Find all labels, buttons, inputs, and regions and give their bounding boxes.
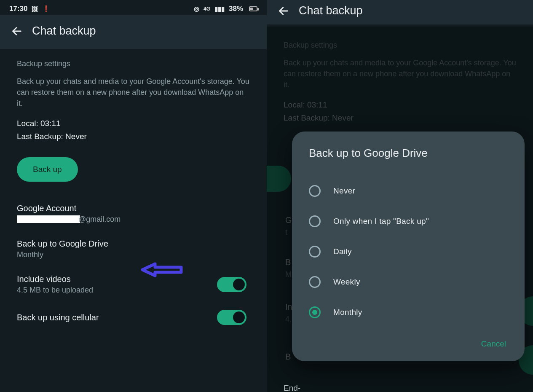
google-account-label: Google Account	[17, 204, 250, 213]
local-backup-line: Local: 03:11	[17, 117, 250, 130]
gdrive-value: Monthly	[17, 250, 250, 259]
dialog-option[interactable]: Weekly	[309, 267, 513, 297]
section-description: Back up your chats and media to your Goo…	[17, 76, 250, 109]
cellular-toggle[interactable]	[217, 310, 246, 325]
cellular-label: Back up using cellular	[17, 313, 99, 322]
battery-text: 38%	[229, 5, 243, 13]
dialog-option[interactable]: Never	[309, 176, 513, 206]
gdrive-label: Back up to Google Drive	[17, 239, 250, 249]
app-bar: Chat backup	[0, 15, 267, 49]
bg-letter: t	[285, 228, 287, 237]
radio-icon	[309, 185, 321, 197]
include-videos-toggle[interactable]	[217, 277, 246, 292]
last-backup-line: Last Backup: Never	[284, 112, 516, 124]
status-bar: 17:30 🖼 ❗ ◎ 4G ▮▮▮ 38%	[0, 0, 267, 15]
back-button[interactable]	[11, 25, 23, 37]
dialog-option-label: Only when I tap "Back up"	[333, 217, 429, 226]
dialog-option[interactable]: Daily	[309, 236, 513, 267]
bg-letter: G	[285, 215, 292, 225]
cellular-item[interactable]: Back up using cellular	[0, 302, 267, 333]
bg-letter: B	[285, 352, 291, 362]
page-title: Chat backup	[299, 4, 363, 17]
section-heading: Backup settings	[17, 59, 250, 68]
bg-letter: B	[285, 258, 291, 267]
dialog-option-label: Daily	[333, 247, 352, 256]
dialog-option-label: Weekly	[333, 277, 360, 287]
section-heading: Backup settings	[284, 41, 516, 50]
dialog-option-label: Monthly	[333, 308, 362, 317]
dialog-cancel-button[interactable]: Cancel	[474, 335, 513, 353]
section-description: Back up your chats and media to your Goo…	[284, 57, 516, 90]
dialog-option-label: Never	[333, 186, 355, 196]
bg-letter: 4.	[285, 315, 292, 324]
backup-button-peek	[267, 166, 291, 192]
back-button[interactable]	[278, 5, 289, 17]
battery-icon	[249, 6, 257, 11]
hotspot-icon: ◎	[194, 5, 199, 13]
local-backup-line: Local: 03:11	[284, 99, 516, 111]
status-time: 17:30	[9, 5, 27, 13]
app-bar: Chat backup	[267, 0, 533, 27]
backup-settings-section: Backup settings Back up your chats and m…	[267, 27, 533, 124]
dialog-title: Back up to Google Drive	[309, 147, 513, 160]
include-videos-sub: 4.5 MB to be uploaded	[17, 286, 93, 295]
radio-icon	[309, 276, 321, 288]
google-account-item[interactable]: Google Account @gmail.com	[0, 196, 267, 231]
backup-to-gdrive-item[interactable]: Back up to Google Drive Monthly	[0, 231, 267, 267]
dialog-option[interactable]: Only when I tap "Back up"	[309, 206, 513, 236]
google-account-email: @gmail.com	[17, 215, 250, 224]
backup-button[interactable]: Back up	[17, 157, 78, 182]
include-videos-label: Include videos	[17, 274, 93, 284]
signal-icon: ▮▮▮	[214, 5, 225, 13]
alert-icon: ❗	[42, 5, 50, 13]
redaction-bar	[17, 215, 80, 223]
radio-icon	[309, 215, 321, 227]
page-title: Chat backup	[32, 24, 96, 38]
bg-letter: M	[285, 270, 292, 279]
backup-settings-section: Backup settings Back up your chats and m…	[0, 49, 267, 196]
gdrive-frequency-dialog: Back up to Google Drive NeverOnly when I…	[292, 132, 525, 361]
last-backup-line: Last Backup: Never	[17, 130, 250, 143]
4g-icon: 4G	[204, 6, 210, 12]
include-videos-item[interactable]: Include videos 4.5 MB to be uploaded	[0, 267, 267, 302]
image-icon: 🖼	[32, 5, 38, 13]
cutoff-text: End-	[284, 384, 300, 392]
dialog-option[interactable]: Monthly	[309, 297, 513, 328]
radio-icon	[309, 306, 321, 318]
radio-icon	[309, 246, 321, 258]
bg-letter: In	[285, 302, 292, 312]
